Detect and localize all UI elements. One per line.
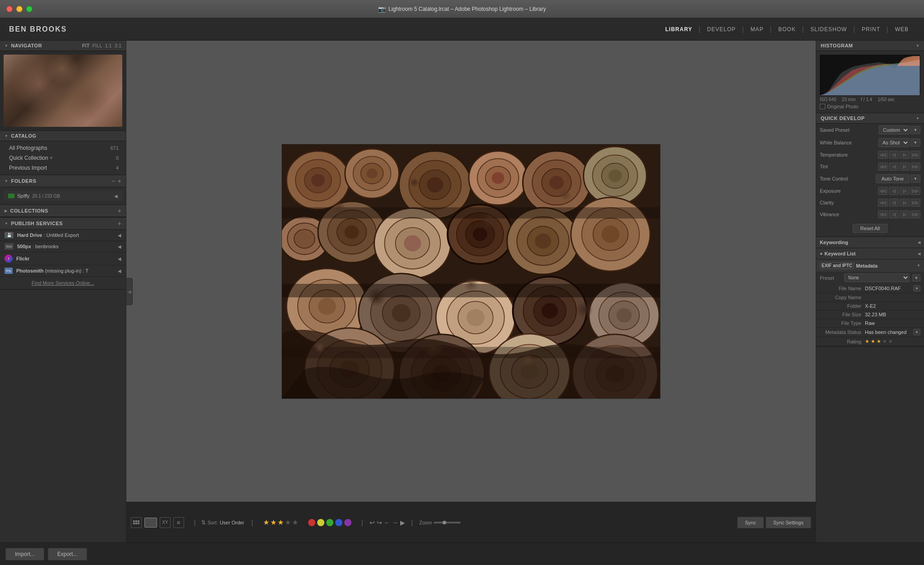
saved-preset-select[interactable]: Custom <box>879 125 910 134</box>
tint-down[interactable]: ◁ <box>889 162 899 171</box>
folders-minus[interactable]: − <box>111 177 115 185</box>
zoom-fit[interactable]: FIT <box>82 43 90 48</box>
color-green[interactable] <box>326 519 333 526</box>
collections-add[interactable]: + <box>118 207 121 214</box>
play-btn[interactable]: ▶ <box>400 519 405 526</box>
vib-up-large[interactable]: ▷▷ <box>910 210 920 218</box>
metadata-header[interactable]: EXIF and IPTC Metadata ▼ <box>816 259 924 272</box>
folder-spiffy[interactable]: Spiffy 20.1 / 233 GB ◀ <box>4 191 122 201</box>
close-button[interactable] <box>6 6 13 12</box>
back-arrow[interactable]: ↩ <box>370 519 375 526</box>
export-button[interactable]: Export... <box>48 548 87 560</box>
nav-slideshow[interactable]: SLIDESHOW <box>804 26 853 32</box>
exp-down-small[interactable]: ◁◁ <box>878 187 888 195</box>
quick-develop-header[interactable]: Quick Develop ▼ <box>816 113 924 124</box>
nav-book[interactable]: BOOK <box>772 26 802 32</box>
left-panel-collapse[interactable]: ◀ <box>126 278 133 305</box>
prev-photo[interactable]: ← <box>384 519 390 526</box>
minimize-button[interactable] <box>16 6 23 12</box>
nav-web[interactable]: WEB <box>889 26 915 32</box>
collections-header[interactable]: ▶ Collections + <box>0 205 126 217</box>
publish-photosmith[interactable]: PS Photosmith (missing plug-in) : T ◀ <box>0 265 126 277</box>
tint-down-small[interactable]: ◁◁ <box>878 162 888 171</box>
tint-up-large[interactable]: ▷▷ <box>910 162 920 171</box>
compare-view-icon[interactable]: XY <box>160 517 171 528</box>
clar-up[interactable]: ▷ <box>900 199 910 207</box>
vib-down-small[interactable]: ◁◁ <box>878 210 888 218</box>
publish-500px[interactable]: 500 500px : benbrooks ◀ <box>0 241 126 252</box>
next-photo[interactable]: → <box>392 519 398 526</box>
exp-down[interactable]: ◁ <box>889 187 899 195</box>
file-name-action[interactable]: ▼ <box>913 285 920 292</box>
star-2[interactable]: ★ <box>270 518 277 527</box>
keywording-header[interactable]: Keywording ◀ <box>816 237 924 248</box>
exp-up[interactable]: ▷ <box>900 187 910 195</box>
zoom-slider[interactable] <box>434 522 461 523</box>
find-more-services[interactable]: Find More Services Online... <box>0 277 126 289</box>
color-purple[interactable] <box>344 519 351 526</box>
exp-up-large[interactable]: ▷▷ <box>910 187 920 195</box>
saved-preset-expand[interactable]: ▼ <box>910 126 920 134</box>
catalog-previous-import[interactable]: Previous Import 4 <box>0 163 126 173</box>
rating-star-3[interactable]: ★ <box>877 338 881 344</box>
white-balance-select[interactable]: As Shot <box>878 138 910 147</box>
folders-header[interactable]: ▼ Folders − + <box>0 175 126 187</box>
nav-develop[interactable]: DEVELOP <box>701 26 742 32</box>
clar-down-small[interactable]: ◁◁ <box>878 199 888 207</box>
histogram-header[interactable]: Histogram ▼ <box>816 41 924 51</box>
grid-view-icon[interactable] <box>131 517 142 528</box>
navigator-header[interactable]: ▼ Navigator FIT FILL 1:1 3:1 <box>0 41 126 51</box>
rating-star-1[interactable]: ★ <box>865 338 869 344</box>
original-photo-checkbox[interactable] <box>820 104 825 109</box>
nav-print[interactable]: PRINT <box>855 26 887 32</box>
folders-add[interactable]: + <box>118 177 121 185</box>
nav-map[interactable]: MAP <box>744 26 770 32</box>
catalog-header[interactable]: ▼ Catalog <box>0 131 126 141</box>
clar-down[interactable]: ◁ <box>889 199 899 207</box>
catalog-quick-collection[interactable]: Quick Collection + 0 <box>0 153 126 163</box>
rating-star-4[interactable]: ★ <box>882 338 887 344</box>
rating-star-2[interactable]: ★ <box>871 338 875 344</box>
nav-library[interactable]: LIBRARY <box>659 26 699 32</box>
sync-button[interactable]: Sync <box>737 517 763 528</box>
temp-down[interactable]: ◁ <box>889 151 899 159</box>
color-blue[interactable] <box>335 519 342 526</box>
zoom-1-1[interactable]: 1:1 <box>105 43 111 48</box>
temp-down-small[interactable]: ◁◁ <box>878 151 888 159</box>
publish-add[interactable]: + <box>118 220 121 227</box>
temp-up[interactable]: ▷ <box>900 151 910 159</box>
auto-tone-button[interactable]: Auto Tone <box>876 174 910 183</box>
temp-up-large[interactable]: ▷▷ <box>910 151 920 159</box>
reset-all-button[interactable]: Reset All <box>853 224 887 233</box>
preset-select[interactable]: None <box>844 273 910 282</box>
import-button[interactable]: Import... <box>5 548 44 560</box>
color-yellow[interactable] <box>317 519 324 526</box>
sync-settings-button[interactable]: Sync Settings <box>766 517 811 528</box>
meta-status-action[interactable]: ▼ <box>913 329 920 335</box>
vib-up[interactable]: ▷ <box>900 210 910 218</box>
color-red[interactable] <box>308 519 315 526</box>
publish-harddrive[interactable]: 💾 Hard Drive : Untitled Export ◀ <box>0 230 126 241</box>
star-5[interactable]: ★ <box>292 518 298 527</box>
tone-expand[interactable]: ▼ <box>910 175 920 183</box>
forward-arrow[interactable]: ↪ <box>377 519 382 526</box>
main-photo[interactable] <box>282 144 661 399</box>
tint-up[interactable]: ▷ <box>900 162 910 171</box>
zoom-3-1[interactable]: 3:1 <box>115 43 121 48</box>
rating-star-5[interactable]: ★ <box>888 338 893 344</box>
keyword-list-header[interactable]: + Keyword List ◀ <box>816 248 924 259</box>
preset-expand[interactable]: ▼ <box>912 274 920 282</box>
clar-up-large[interactable]: ▷▷ <box>910 199 920 207</box>
sort-value[interactable]: User Order <box>220 520 244 525</box>
kw-add-icon[interactable]: + <box>820 251 822 256</box>
star-1[interactable]: ★ <box>263 518 269 527</box>
publish-header[interactable]: ▼ Publish Services + <box>0 218 126 230</box>
maximize-button[interactable] <box>26 6 32 12</box>
publish-flickr[interactable]: f Flickr ◀ <box>0 252 126 265</box>
vib-down[interactable]: ◁ <box>889 210 899 218</box>
wb-expand[interactable]: ▼ <box>910 139 920 147</box>
catalog-all-photos[interactable]: All Photographs 671 <box>0 143 126 153</box>
star-4[interactable]: ★ <box>285 518 291 527</box>
survey-view-icon[interactable]: ⊞ <box>173 517 184 528</box>
zoom-fill[interactable]: FILL <box>92 43 102 48</box>
